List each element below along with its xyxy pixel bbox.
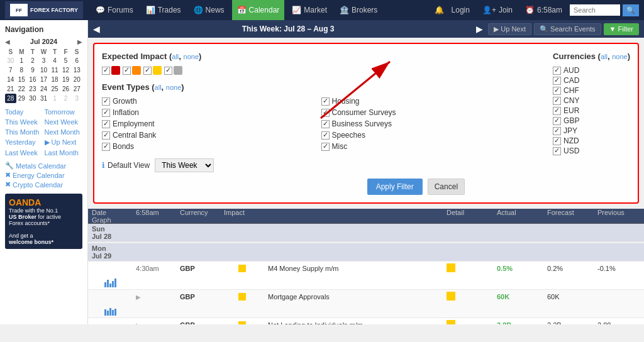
metals-calendar-link[interactable]: 🔧 Metals Calendar	[5, 162, 82, 170]
link-last-week[interactable]: Last Week	[5, 149, 43, 157]
cal-day[interactable]: 18	[49, 75, 60, 84]
link-today[interactable]: Today	[5, 108, 43, 116]
search-input[interactable]	[570, 4, 620, 16]
default-view-select[interactable]: This Week Today Tomorrow Next Week This …	[155, 158, 214, 172]
link-up-next[interactable]: ▶ Up Next	[45, 138, 83, 146]
impact-cb-gray[interactable]	[164, 67, 172, 75]
cb-nzd[interactable]	[553, 137, 561, 145]
prev-week-btn[interactable]: ◀	[93, 24, 100, 34]
currencies-all-link[interactable]: all	[601, 53, 608, 60]
link-next-month[interactable]: Next Month	[45, 128, 83, 136]
nav-market[interactable]: 📈 Market	[287, 0, 332, 20]
impact-all-link[interactable]: all	[172, 53, 179, 60]
nav-login[interactable]: Login	[447, 0, 475, 20]
link-last-month[interactable]: Last Month	[45, 149, 83, 157]
nav-brokers[interactable]: 🏦 Brokers	[335, 0, 382, 20]
cal-day[interactable]: 1	[49, 94, 60, 103]
cal-day[interactable]: 9	[27, 65, 38, 75]
next-month-btn[interactable]: ▶	[77, 38, 82, 45]
link-yesterday[interactable]: Yesterday	[5, 138, 43, 146]
cb-chf[interactable]	[553, 87, 561, 95]
cal-day[interactable]: 14	[5, 75, 16, 84]
cb-growth[interactable]	[102, 97, 110, 106]
ad-banner[interactable]: OANDA Trade with the No.1US Broker for a…	[5, 194, 82, 249]
cal-day[interactable]: 6	[71, 56, 82, 65]
cal-day[interactable]: 2	[27, 56, 38, 65]
cal-day[interactable]: 13	[71, 65, 82, 75]
impact-cb-yellow[interactable]	[143, 67, 152, 75]
cal-day[interactable]: 7	[5, 65, 16, 75]
cal-day[interactable]: 3	[38, 56, 50, 65]
cal-day[interactable]: 4	[49, 56, 60, 65]
cal-day[interactable]: 25	[49, 84, 60, 94]
cb-housing[interactable]	[321, 97, 330, 106]
cb-bonds[interactable]	[102, 143, 110, 151]
cal-day[interactable]: 12	[60, 65, 72, 75]
search-events-btn[interactable]: 🔍 Search Events	[534, 23, 601, 35]
filter-btn[interactable]: ▼ Filter	[604, 23, 639, 35]
cancel-filter-btn[interactable]: Cancel	[428, 179, 465, 195]
cb-central-bank[interactable]	[102, 131, 110, 140]
cal-day[interactable]: 31	[38, 94, 50, 103]
cb-aud[interactable]	[553, 67, 561, 75]
cb-misc[interactable]	[321, 143, 330, 151]
cal-day[interactable]: 15	[16, 75, 28, 84]
cal-day[interactable]: 30	[27, 94, 38, 103]
cb-consumer[interactable]	[321, 109, 330, 117]
cal-day[interactable]: 23	[27, 84, 38, 94]
energy-calendar-link[interactable]: ✖ Energy Calendar	[5, 171, 82, 179]
apply-filter-btn[interactable]: Apply Filter	[367, 179, 423, 195]
nav-forums[interactable]: 💬 Forums	[91, 0, 138, 20]
cb-speeches[interactable]	[321, 131, 330, 140]
nav-calendar[interactable]: 📅 Calendar	[232, 0, 285, 20]
up-next-btn[interactable]: ▶ Up Next	[488, 23, 531, 35]
cb-cny[interactable]	[553, 97, 561, 105]
link-this-week[interactable]: This Week	[5, 118, 43, 126]
cal-day[interactable]: 16	[27, 75, 38, 84]
prev-month-btn[interactable]: ◀	[5, 38, 10, 45]
next-week-btn[interactable]: ▶	[476, 24, 483, 34]
nav-join[interactable]: 👤+ Join	[477, 0, 518, 20]
cal-day[interactable]: 22	[16, 84, 28, 94]
cal-day[interactable]: 3	[71, 94, 82, 103]
cb-business[interactable]	[321, 120, 330, 128]
event-types-all-link[interactable]: all	[155, 84, 162, 91]
nav-news[interactable]: 🌐 News	[189, 0, 230, 20]
cal-day[interactable]: 21	[5, 84, 16, 94]
cal-day[interactable]: 8	[16, 65, 28, 75]
event-types-none-link[interactable]: none	[166, 84, 181, 91]
nav-trades[interactable]: 📊 Trades	[141, 0, 186, 20]
cal-day[interactable]: 27	[71, 84, 82, 94]
impact-cb-red[interactable]	[102, 67, 110, 75]
cb-cad[interactable]	[553, 77, 561, 85]
cb-eur[interactable]	[553, 107, 561, 115]
cal-day[interactable]: 10	[38, 65, 50, 75]
cal-day[interactable]: 11	[49, 65, 60, 75]
cal-day[interactable]: 30	[5, 56, 16, 65]
cal-day[interactable]: 17	[38, 75, 50, 84]
cb-employment[interactable]	[102, 120, 110, 128]
link-tomorrow[interactable]: Tomorrow	[45, 108, 83, 116]
link-next-week[interactable]: Next Week	[45, 118, 83, 126]
impact-cb-orange[interactable]	[123, 67, 131, 75]
cal-day[interactable]: 24	[38, 84, 50, 94]
cb-inflation[interactable]	[102, 109, 110, 117]
search-button[interactable]: 🔍	[623, 4, 639, 16]
cal-day[interactable]: 29	[16, 94, 28, 103]
cal-day[interactable]: 5	[60, 56, 72, 65]
crypto-calendar-link[interactable]: ✖ Crypto Calendar	[5, 180, 82, 189]
cal-day[interactable]: 28	[5, 94, 16, 103]
cb-usd[interactable]	[553, 147, 561, 155]
cal-day[interactable]: 1	[16, 56, 28, 65]
cb-jpy[interactable]	[553, 127, 561, 135]
link-this-month[interactable]: This Month	[5, 128, 43, 136]
detail-icon[interactable]	[447, 320, 455, 324]
cal-day[interactable]: 20	[71, 75, 82, 84]
cb-gbp[interactable]	[553, 117, 561, 125]
cal-day[interactable]: 2	[60, 94, 72, 103]
impact-none-link[interactable]: none	[184, 53, 199, 60]
currencies-none-link[interactable]: none	[612, 53, 627, 60]
detail-icon[interactable]	[447, 263, 455, 272]
detail-icon[interactable]	[447, 292, 455, 301]
cal-day[interactable]: 19	[60, 75, 72, 84]
